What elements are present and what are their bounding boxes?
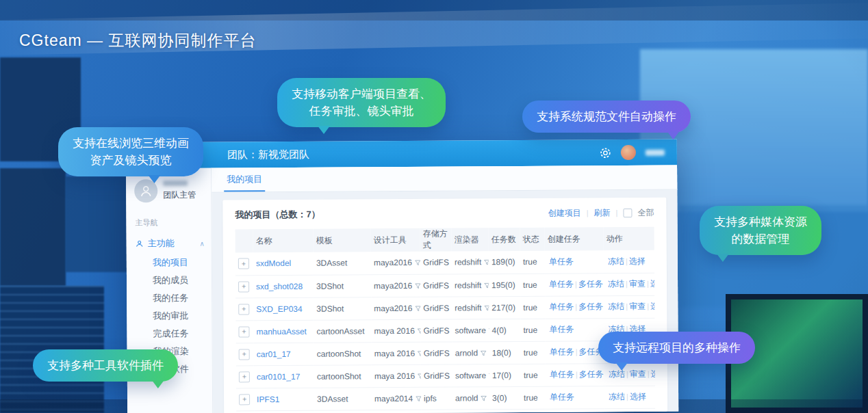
sidebar-group-label: 主功能: [148, 237, 175, 250]
filter-icon[interactable]: [418, 328, 421, 334]
action-link[interactable]: 冻结: [608, 302, 624, 311]
create-task-cell: 单任务|多任务: [545, 295, 604, 319]
action-link[interactable]: 冻结: [609, 369, 625, 379]
expand-row-button[interactable]: +: [239, 394, 250, 405]
filter-icon[interactable]: [415, 282, 420, 289]
storage-cell: GridFS: [421, 342, 452, 364]
action-cell: 冻结|选择: [604, 250, 654, 273]
projects-table-body: + sxdModel 3DAsset maya2016 GridFS redsh…: [235, 250, 655, 411]
filter-icon[interactable]: [481, 350, 487, 356]
filter-icon[interactable]: [484, 282, 489, 289]
action-link[interactable]: 选择: [651, 369, 655, 379]
card-title: 我的项目（总数：7）: [235, 209, 320, 222]
create-task-cell: 单任务: [545, 250, 604, 274]
tool-cell: maya 2016: [371, 319, 420, 342]
action-link[interactable]: 审查: [630, 369, 646, 379]
create-task-link[interactable]: 多任务: [579, 369, 604, 379]
filter-icon[interactable]: [481, 395, 487, 401]
action-link[interactable]: 选择: [630, 392, 646, 401]
project-name-link[interactable]: car0101_17: [257, 371, 300, 381]
table-row: + sxd_shot028 3DShot maya2016 GridFS red…: [235, 273, 654, 298]
create-project-link[interactable]: 创建项目: [548, 207, 581, 219]
project-name-link[interactable]: SXD_EP034: [256, 304, 302, 313]
action-link[interactable]: 选择: [629, 256, 646, 266]
table-row: + sxdModel 3DAsset maya2016 GridFS redsh…: [235, 250, 654, 276]
filter-icon[interactable]: [416, 395, 421, 401]
refresh-link[interactable]: 刷新: [594, 207, 611, 219]
filter-icon[interactable]: [415, 305, 420, 311]
table-header-cell: [235, 229, 253, 252]
status-cell: true: [520, 274, 545, 296]
action-link[interactable]: 选择: [650, 302, 654, 311]
expand-row-button[interactable]: +: [238, 304, 249, 315]
task-count-cell: 17(0): [489, 364, 521, 386]
sidebar-item[interactable]: 我的任务: [127, 289, 212, 308]
sidebar-item[interactable]: 我的项目: [127, 254, 212, 272]
person-icon: [138, 183, 153, 198]
action-cell: 冻结|审查|选择: [604, 295, 654, 318]
table-header-cell: 创建任务: [545, 227, 604, 251]
callout-auto-file: 支持系统规范文件自动操作: [522, 101, 691, 133]
action-link[interactable]: 冻结: [608, 279, 624, 289]
create-task-link[interactable]: 单任务: [550, 347, 574, 356]
action-link[interactable]: 选择: [650, 279, 654, 289]
create-task-link[interactable]: 单任务: [549, 256, 574, 266]
action-link[interactable]: 冻结: [609, 392, 625, 401]
project-name-link[interactable]: car01_17: [257, 349, 291, 358]
filter-icon[interactable]: [484, 259, 489, 265]
callout-remote-ops: 支持远程项目的多种操作: [598, 332, 755, 364]
project-name-link[interactable]: manhuaAsset: [256, 326, 306, 336]
create-task-link[interactable]: 单任务: [549, 324, 574, 334]
expand-row-button[interactable]: +: [238, 326, 249, 337]
filter-icon[interactable]: [418, 350, 421, 356]
tab-bar: 我的项目: [212, 165, 677, 193]
action-link[interactable]: 审查: [629, 302, 646, 311]
task-count-cell: 189(0): [489, 251, 520, 274]
create-task-link[interactable]: 单任务: [550, 392, 574, 401]
project-name-link[interactable]: sxd_shot028: [256, 281, 303, 291]
filter-icon[interactable]: [418, 373, 421, 379]
projects-card: 我的项目（总数：7） 创建项目 | 刷新 | 全部 名称模板设计工: [222, 198, 667, 413]
filter-icon[interactable]: [489, 373, 489, 379]
renderer-cell: arnold: [452, 386, 489, 409]
create-task-link[interactable]: 多任务: [578, 279, 603, 289]
settings-gear-icon[interactable]: [600, 147, 611, 159]
filter-icon[interactable]: [489, 328, 489, 334]
renderer-cell: software: [452, 319, 489, 341]
action-cell: 冻结|选择: [604, 386, 655, 408]
storage-cell: GridFS: [420, 252, 452, 274]
action-cell: 冻结|审查|选择: [604, 363, 655, 386]
project-name-link[interactable]: IPFS1: [257, 395, 279, 404]
action-link[interactable]: 审查: [629, 279, 646, 289]
renderer-cell: redshift: [452, 296, 489, 319]
action-link[interactable]: 冻结: [608, 256, 624, 266]
task-count-cell: 4(0): [489, 319, 520, 341]
renderer-cell: software: [452, 364, 489, 386]
sidebar-group-main-functions[interactable]: 主功能 ∧: [127, 233, 212, 254]
chevron-up-icon[interactable]: ∧: [199, 239, 204, 247]
create-task-cell: 单任务: [546, 386, 604, 409]
task-count-cell: 195(0): [489, 274, 520, 296]
create-task-link[interactable]: 多任务: [578, 302, 603, 311]
create-task-link[interactable]: 单任务: [550, 369, 574, 379]
all-checkbox[interactable]: [623, 208, 632, 217]
expand-row-button[interactable]: +: [239, 371, 250, 382]
filter-icon[interactable]: [485, 305, 489, 311]
tab-my-projects[interactable]: 我的项目: [224, 168, 265, 191]
create-task-link[interactable]: 单任务: [549, 279, 574, 289]
sidebar-user-role: 团队主管: [163, 189, 196, 201]
expand-row-button[interactable]: +: [238, 281, 249, 292]
table-header-cell: 任务数: [489, 228, 520, 251]
storage-cell: ipfs: [421, 387, 452, 410]
filter-icon[interactable]: [415, 260, 420, 266]
user-avatar[interactable]: [621, 145, 636, 160]
status-cell: true: [520, 296, 545, 319]
expand-row-button[interactable]: +: [239, 349, 250, 360]
create-task-link[interactable]: 单任务: [549, 302, 574, 311]
sidebar-item[interactable]: 我的成员: [127, 271, 212, 290]
sidebar-item[interactable]: 我的审批: [127, 307, 212, 325]
sidebar-item[interactable]: 完成任务: [127, 325, 212, 343]
expand-row-button[interactable]: +: [238, 258, 249, 269]
project-name-link[interactable]: sxdModel: [256, 258, 291, 268]
page-title: CGteam — 互联网协同制作平台: [19, 30, 256, 51]
